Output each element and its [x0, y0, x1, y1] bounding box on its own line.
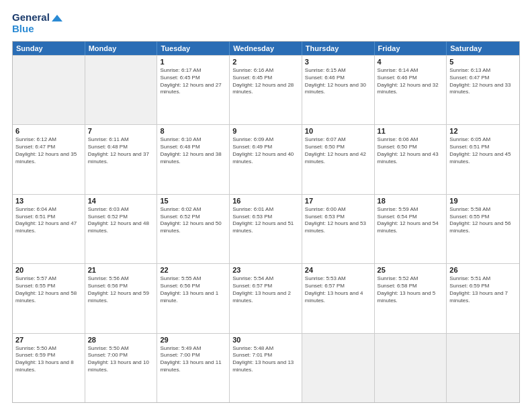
cell-2-4: 9Sunrise: 6:09 AM Sunset: 6:49 PM Daylig…	[230, 125, 302, 193]
cell-1-3: 1Sunrise: 6:17 AM Sunset: 6:45 PM Daylig…	[157, 56, 230, 124]
day-number: 4	[378, 58, 444, 66]
cell-4-7: 26Sunrise: 5:51 AM Sunset: 6:59 PM Dayli…	[447, 264, 519, 332]
cell-info: Sunrise: 6:16 AM Sunset: 6:45 PM Dayligh…	[232, 67, 299, 96]
cell-5-1: 27Sunrise: 5:50 AM Sunset: 6:59 PM Dayli…	[13, 334, 85, 402]
day-number: 29	[160, 336, 226, 344]
cell-info: Sunrise: 6:12 AM Sunset: 6:47 PM Dayligh…	[15, 136, 82, 165]
cell-2-1: 6Sunrise: 6:12 AM Sunset: 6:47 PM Daylig…	[13, 125, 85, 193]
week-1: 1Sunrise: 6:17 AM Sunset: 6:45 PM Daylig…	[13, 55, 519, 124]
day-number: 30	[232, 336, 299, 344]
header-saturday: Saturday	[447, 42, 519, 55]
cell-2-7: 12Sunrise: 6:05 AM Sunset: 6:51 PM Dayli…	[447, 125, 519, 193]
cell-4-6: 25Sunrise: 5:52 AM Sunset: 6:58 PM Dayli…	[375, 264, 447, 332]
header: General Blue	[12, 12, 520, 34]
cell-info: Sunrise: 6:15 AM Sunset: 6:46 PM Dayligh…	[305, 67, 371, 96]
cell-info: Sunrise: 6:07 AM Sunset: 6:50 PM Dayligh…	[305, 136, 371, 165]
calendar: Sunday Monday Tuesday Wednesday Thursday…	[12, 41, 520, 403]
cell-3-1: 13Sunrise: 6:04 AM Sunset: 6:51 PM Dayli…	[13, 195, 85, 263]
header-friday: Friday	[375, 42, 447, 55]
cell-info: Sunrise: 6:01 AM Sunset: 6:53 PM Dayligh…	[232, 206, 299, 235]
cell-info: Sunrise: 6:17 AM Sunset: 6:45 PM Dayligh…	[160, 67, 226, 96]
cell-info: Sunrise: 5:59 AM Sunset: 6:54 PM Dayligh…	[378, 206, 444, 235]
day-number: 1	[160, 58, 226, 66]
cell-info: Sunrise: 5:50 AM Sunset: 6:59 PM Dayligh…	[15, 345, 82, 374]
cell-info: Sunrise: 5:50 AM Sunset: 7:00 PM Dayligh…	[88, 345, 154, 374]
cell-2-6: 11Sunrise: 6:06 AM Sunset: 6:50 PM Dayli…	[375, 125, 447, 193]
cell-5-3: 29Sunrise: 5:49 AM Sunset: 7:00 PM Dayli…	[157, 334, 230, 402]
day-number: 3	[305, 58, 371, 66]
cell-info: Sunrise: 5:49 AM Sunset: 7:00 PM Dayligh…	[160, 345, 226, 374]
cell-3-3: 15Sunrise: 6:02 AM Sunset: 6:52 PM Dayli…	[157, 195, 230, 263]
day-number: 19	[449, 197, 517, 205]
cell-3-4: 16Sunrise: 6:01 AM Sunset: 6:53 PM Dayli…	[230, 195, 302, 263]
cell-info: Sunrise: 6:04 AM Sunset: 6:51 PM Dayligh…	[15, 206, 82, 235]
cell-info: Sunrise: 5:53 AM Sunset: 6:57 PM Dayligh…	[305, 275, 371, 304]
day-number: 14	[88, 197, 154, 205]
cell-5-4: 30Sunrise: 5:48 AM Sunset: 7:01 PM Dayli…	[230, 334, 302, 402]
cell-2-3: 8Sunrise: 6:10 AM Sunset: 6:48 PM Daylig…	[157, 125, 230, 193]
cell-1-6: 4Sunrise: 6:14 AM Sunset: 6:46 PM Daylig…	[375, 56, 447, 124]
day-number: 18	[378, 197, 444, 205]
cell-3-2: 14Sunrise: 6:03 AM Sunset: 6:52 PM Dayli…	[85, 195, 158, 263]
cell-info: Sunrise: 5:52 AM Sunset: 6:58 PM Dayligh…	[378, 275, 444, 304]
cell-3-7: 19Sunrise: 5:58 AM Sunset: 6:55 PM Dayli…	[447, 195, 519, 263]
cell-info: Sunrise: 6:11 AM Sunset: 6:48 PM Dayligh…	[88, 136, 154, 165]
day-number: 7	[88, 127, 154, 135]
cell-1-1	[13, 56, 85, 124]
day-number: 25	[378, 266, 444, 274]
cell-info: Sunrise: 5:56 AM Sunset: 6:56 PM Dayligh…	[88, 275, 154, 304]
cell-5-5	[302, 334, 375, 402]
cell-info: Sunrise: 5:57 AM Sunset: 6:55 PM Dayligh…	[15, 275, 82, 304]
cell-5-6	[375, 334, 447, 402]
cell-1-4: 2Sunrise: 6:16 AM Sunset: 6:45 PM Daylig…	[230, 56, 302, 124]
day-number: 28	[88, 336, 154, 344]
cell-1-7: 5Sunrise: 6:13 AM Sunset: 6:47 PM Daylig…	[447, 56, 519, 124]
day-number: 26	[449, 266, 517, 274]
day-number: 10	[305, 127, 371, 135]
header-wednesday: Wednesday	[230, 42, 302, 55]
day-number: 23	[232, 266, 299, 274]
cell-3-6: 18Sunrise: 5:59 AM Sunset: 6:54 PM Dayli…	[375, 195, 447, 263]
cell-info: Sunrise: 5:55 AM Sunset: 6:56 PM Dayligh…	[160, 275, 226, 304]
day-number: 16	[232, 197, 299, 205]
day-number: 17	[305, 197, 371, 205]
week-4: 20Sunrise: 5:57 AM Sunset: 6:55 PM Dayli…	[13, 263, 519, 332]
cell-info: Sunrise: 6:03 AM Sunset: 6:52 PM Dayligh…	[88, 206, 154, 235]
cell-3-5: 17Sunrise: 6:00 AM Sunset: 6:53 PM Dayli…	[302, 195, 375, 263]
cell-info: Sunrise: 6:06 AM Sunset: 6:50 PM Dayligh…	[378, 136, 444, 165]
cell-info: Sunrise: 6:09 AM Sunset: 6:49 PM Dayligh…	[232, 136, 299, 165]
cell-5-7	[447, 334, 519, 402]
cell-info: Sunrise: 6:13 AM Sunset: 6:47 PM Dayligh…	[449, 67, 517, 96]
cell-1-5: 3Sunrise: 6:15 AM Sunset: 6:46 PM Daylig…	[302, 56, 375, 124]
day-number: 9	[232, 127, 299, 135]
day-number: 20	[15, 266, 82, 274]
day-number: 12	[449, 127, 517, 135]
cell-5-2: 28Sunrise: 5:50 AM Sunset: 7:00 PM Dayli…	[85, 334, 158, 402]
cell-info: Sunrise: 6:02 AM Sunset: 6:52 PM Dayligh…	[160, 206, 226, 235]
cell-info: Sunrise: 5:54 AM Sunset: 6:57 PM Dayligh…	[232, 275, 299, 304]
day-number: 2	[232, 58, 299, 66]
header-tuesday: Tuesday	[157, 42, 230, 55]
week-2: 6Sunrise: 6:12 AM Sunset: 6:47 PM Daylig…	[13, 124, 519, 193]
calendar-body: 1Sunrise: 6:17 AM Sunset: 6:45 PM Daylig…	[13, 55, 519, 402]
cell-4-2: 21Sunrise: 5:56 AM Sunset: 6:56 PM Dayli…	[85, 264, 158, 332]
day-number: 27	[15, 336, 82, 344]
week-5: 27Sunrise: 5:50 AM Sunset: 6:59 PM Dayli…	[13, 333, 519, 402]
cell-info: Sunrise: 6:05 AM Sunset: 6:51 PM Dayligh…	[449, 136, 517, 165]
page: General Blue Sunday Monday Tuesday Wedne…	[0, 0, 532, 411]
week-3: 13Sunrise: 6:04 AM Sunset: 6:51 PM Dayli…	[13, 194, 519, 263]
cell-4-1: 20Sunrise: 5:57 AM Sunset: 6:55 PM Dayli…	[13, 264, 85, 332]
calendar-header: Sunday Monday Tuesday Wednesday Thursday…	[13, 42, 519, 55]
cell-4-3: 22Sunrise: 5:55 AM Sunset: 6:56 PM Dayli…	[157, 264, 230, 332]
cell-info: Sunrise: 6:14 AM Sunset: 6:46 PM Dayligh…	[378, 67, 444, 96]
cell-info: Sunrise: 5:51 AM Sunset: 6:59 PM Dayligh…	[449, 275, 517, 304]
day-number: 13	[15, 197, 82, 205]
cell-4-4: 23Sunrise: 5:54 AM Sunset: 6:57 PM Dayli…	[230, 264, 302, 332]
day-number: 11	[378, 127, 444, 135]
day-number: 8	[160, 127, 226, 135]
day-number: 22	[160, 266, 226, 274]
day-number: 15	[160, 197, 226, 205]
cell-1-2	[85, 56, 158, 124]
cell-4-5: 24Sunrise: 5:53 AM Sunset: 6:57 PM Dayli…	[302, 264, 375, 332]
cell-info: Sunrise: 5:48 AM Sunset: 7:01 PM Dayligh…	[232, 345, 299, 374]
